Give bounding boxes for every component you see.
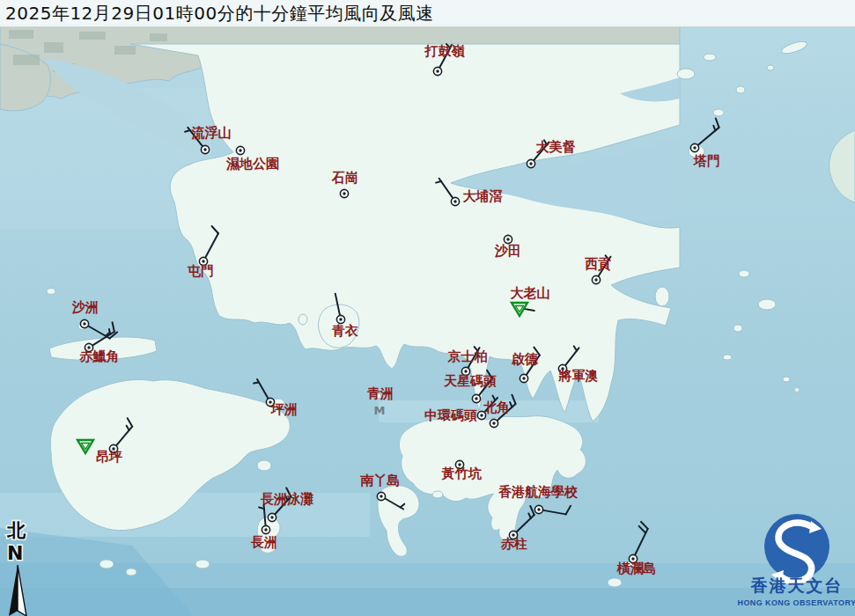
station-marker-dot bbox=[239, 149, 241, 151]
station-label-lau-fau-shan: 流浮山 bbox=[191, 125, 232, 141]
title-bar: 2025年12月29日01時00分的十分鐘平均風向及風速 bbox=[0, 0, 855, 27]
station-label-hk-sea-school: 香港航海學校 bbox=[498, 484, 579, 500]
station-label-tates-cairn: 大老山 bbox=[511, 285, 550, 301]
map-canvas: 打鼓嶺流浮山濕地公園石崗大美督塔門大埔滘沙田屯門西貢沙洲大老山青衣赤鱲角京士柏啟… bbox=[0, 0, 855, 616]
station-marker-dot bbox=[594, 278, 597, 281]
station-label-sha-tin: 沙田 bbox=[494, 243, 521, 259]
station-label-cheung-chau-beach: 長洲泳灘 bbox=[260, 491, 313, 507]
station-marker-dot bbox=[529, 162, 532, 165]
compass-north-hanzi: 北 bbox=[6, 520, 26, 541]
station-marker-dot bbox=[693, 146, 696, 149]
station-label-north-point: 北角 bbox=[483, 400, 510, 415]
station-label-star-ferry: 天星碼頭 bbox=[443, 373, 497, 389]
station-marker-dot bbox=[492, 422, 495, 424]
station-label-shek-kong: 石崗 bbox=[331, 170, 358, 186]
station-label-waglan-island: 橫瀾島 bbox=[616, 561, 657, 576]
station-label-green-island: 青洲 bbox=[366, 385, 394, 401]
station-label-wetland-park: 濕地公園 bbox=[225, 156, 279, 172]
station-marker-dot bbox=[203, 148, 206, 150]
station-marker-dot bbox=[522, 377, 525, 379]
station-label-kai-tak: 啟德 bbox=[511, 351, 539, 367]
compass-north-letter: N bbox=[7, 542, 23, 564]
station-marker-dot bbox=[264, 528, 267, 531]
station-label-central-pier: 中環碼頭 bbox=[424, 407, 477, 423]
station-label-tap-mun: 塔門 bbox=[693, 153, 720, 169]
station-marker-dot bbox=[380, 495, 382, 497]
station-label-tuen-mun: 屯門 bbox=[187, 263, 214, 279]
station-label-sha-chau: 沙洲 bbox=[71, 299, 99, 315]
hko-name-en: HONG KONG OBSERVATORY bbox=[738, 598, 855, 607]
station-marker-dot bbox=[537, 508, 540, 510]
station-label-sai-kung: 西貢 bbox=[585, 256, 611, 272]
station-marker-dot bbox=[83, 322, 85, 325]
station-marker-dot bbox=[436, 70, 439, 72]
station-label-peng-chau: 坪洲 bbox=[270, 401, 298, 417]
station-marker-dot bbox=[506, 238, 509, 240]
station-label-stanley: 赤柱 bbox=[500, 536, 527, 552]
wind-barb-half-feather bbox=[109, 329, 110, 334]
station-label-tai-po-kau: 大埔滘 bbox=[463, 188, 503, 204]
station-label-ngong-ping: 昂坪 bbox=[96, 449, 122, 465]
station-marker-dot bbox=[339, 318, 342, 320]
map-title: 2025年12月29日01時00分的十分鐘平均風向及風速 bbox=[5, 3, 434, 24]
station-label-tseung-kwan-o: 將軍澳 bbox=[558, 368, 599, 384]
station-label-lamma-island: 南丫島 bbox=[360, 473, 401, 488]
wind-barb-half-feather bbox=[254, 382, 259, 383]
wind-observation-map: 打鼓嶺流浮山濕地公園石崗大美督塔門大埔滘沙田屯門西貢沙洲大老山青衣赤鱲角京士柏啟… bbox=[0, 0, 855, 616]
station-label-tsing-yi: 青衣 bbox=[331, 323, 358, 339]
station-marker-dot bbox=[453, 200, 456, 202]
station-label-cheung-chau: 長洲 bbox=[250, 534, 277, 550]
station-label-chek-lap-kok: 赤鱲角 bbox=[79, 348, 120, 364]
missing-data-symbol: M bbox=[374, 404, 386, 417]
station-label-tai-mei-tuk: 大美督 bbox=[536, 139, 576, 155]
station-label-ta-kwu-ling: 打鼓嶺 bbox=[424, 43, 466, 59]
station-label-wong-chuk-hang: 黃竹坑 bbox=[441, 466, 483, 481]
station-marker-dot bbox=[475, 397, 477, 400]
station-marker-dot bbox=[270, 516, 273, 518]
station-label-kings-park: 京士柏 bbox=[447, 348, 488, 364]
station-marker-dot bbox=[343, 192, 345, 194]
hko-name-zh: 香港天文台 bbox=[750, 576, 844, 595]
